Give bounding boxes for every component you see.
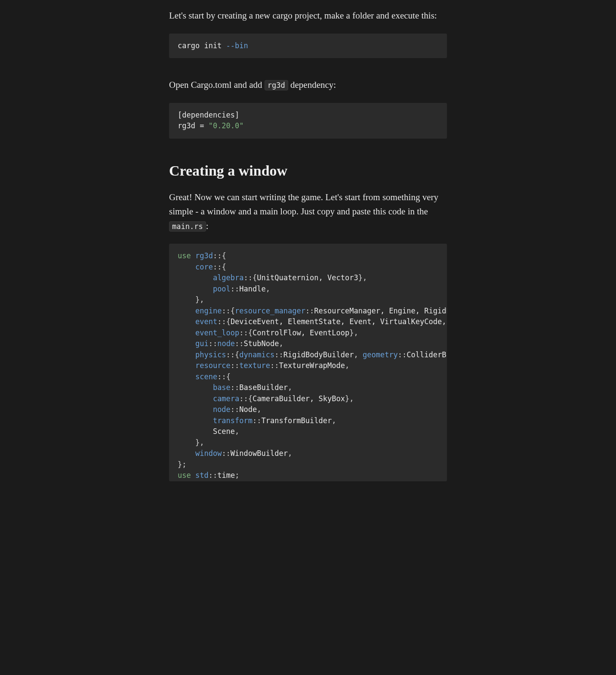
code-op: } [178, 460, 182, 469]
code-op: , [235, 427, 239, 436]
code-text: Scene [213, 427, 235, 436]
code-text: [dependencies] [178, 111, 239, 119]
code-op: :: [231, 405, 239, 414]
code-op: { [222, 251, 226, 260]
code-op: :: [217, 317, 226, 326]
code-module: core [195, 263, 213, 271]
code-block-cargo-init: cargo init --bin [169, 34, 447, 59]
code-module: algebra [213, 273, 244, 282]
code-block-cargo-toml: [dependencies] rg3d = "0.20.0" [169, 103, 447, 139]
code-text: Handle [239, 285, 265, 293]
text-span: Open Cargo.toml and add [169, 80, 265, 90]
code-string: "0.20.0" [209, 121, 244, 130]
code-op: , [288, 383, 292, 392]
code-op: } [345, 394, 349, 403]
text-span: : [206, 221, 209, 231]
code-op: } [195, 438, 200, 447]
code-op: { [226, 372, 231, 381]
code-text: StubNode [244, 339, 279, 348]
code-module: transform [213, 416, 253, 425]
code-keyword: use [178, 251, 191, 260]
code-module: node [213, 405, 231, 414]
code-op: :: [222, 307, 230, 315]
inline-code-mainrs: main.rs [169, 221, 206, 232]
code-op: :: [239, 394, 248, 403]
code-text: rg3d = [178, 121, 209, 130]
code-op: :: [305, 307, 314, 315]
code-op: :: [231, 361, 239, 370]
code-text: ControlFlow, EventLoop [253, 328, 349, 337]
code-op: , [332, 416, 336, 425]
code-op: , [279, 339, 283, 348]
intro-paragraph-2: Open Cargo.toml and add rg3d dependency: [169, 78, 447, 93]
code-flag: --bin [226, 41, 248, 50]
intro-paragraph-1: Let's start by creating a new cargo proj… [169, 9, 447, 23]
code-text: cargo init [178, 41, 226, 50]
code-op: :: [398, 350, 407, 359]
code-text: TextureWrapMode [279, 361, 345, 370]
code-op: :: [231, 383, 239, 392]
code-op: :: [253, 416, 261, 425]
code-op: } [195, 295, 200, 304]
code-op: { [231, 307, 235, 315]
code-op: , [288, 449, 292, 458]
code-module: dynamics [239, 350, 274, 359]
code-module: geometry [363, 350, 398, 359]
code-op: { [235, 350, 239, 359]
code-op: :: [213, 263, 222, 271]
code-module: node [217, 339, 235, 348]
code-module: std [195, 471, 209, 480]
code-op: :: [222, 449, 230, 458]
code-text: BaseBuilder [239, 383, 288, 392]
code-op: , [363, 273, 367, 282]
code-op: :: [231, 285, 239, 293]
code-op: , [200, 438, 204, 447]
code-op: { [253, 273, 257, 282]
code-op: , [257, 405, 261, 414]
code-op: , [266, 285, 270, 293]
code-op: , [349, 394, 354, 403]
code-op: { [248, 394, 253, 403]
code-op: { [222, 263, 226, 271]
code-module: rg3d [195, 251, 213, 260]
code-module: event_loop [195, 328, 239, 337]
code-text: TransformBuilder [262, 416, 332, 425]
code-text: UnitQuaternion, Vector3 [257, 273, 358, 282]
code-text: Node [239, 405, 257, 414]
code-text: ResourceManager, Engine, RigidBo [314, 307, 447, 315]
code-text: ColliderBui [407, 350, 447, 359]
code-op: :: [239, 328, 248, 337]
code-module: camera [213, 394, 239, 403]
code-op: :: [244, 273, 253, 282]
code-op: :: [217, 372, 226, 381]
code-module: window [195, 449, 222, 458]
code-op: :: [226, 350, 235, 359]
code-text: RigidBodyBuilder [283, 350, 354, 359]
text-span: dependency: [288, 80, 336, 90]
code-op: :: [213, 251, 222, 260]
window-paragraph: Great! Now we can start writing the game… [169, 190, 447, 234]
code-op: , [354, 328, 358, 337]
code-module: gui [195, 339, 209, 348]
code-block-rust-imports: use rg3d::{ core::{ algebra::{UnitQuater… [169, 244, 447, 481]
inline-code-rg3d: rg3d [265, 80, 288, 90]
code-module: base [213, 383, 231, 392]
code-text: CameraBuilder, SkyBox [253, 394, 345, 403]
code-keyword: use [178, 471, 191, 480]
code-op: } [358, 273, 363, 282]
code-op: :: [274, 350, 283, 359]
code-op: :: [209, 339, 217, 348]
code-module: engine [195, 307, 222, 315]
code-op: :: [235, 339, 243, 348]
code-text: time [217, 471, 235, 480]
code-op: ; [182, 460, 186, 469]
code-op: { [226, 317, 231, 326]
code-text: DeviceEvent, ElementState, Event, Virtua… [231, 317, 447, 326]
code-op: ; [235, 471, 239, 480]
code-module: pool [213, 285, 231, 293]
text-span: Great! Now we can start writing the game… [169, 192, 438, 217]
code-module: scene [195, 372, 217, 381]
code-module: texture [239, 361, 270, 370]
code-module: resource_manager [235, 307, 305, 315]
code-text: WindowBuilder [231, 449, 288, 458]
